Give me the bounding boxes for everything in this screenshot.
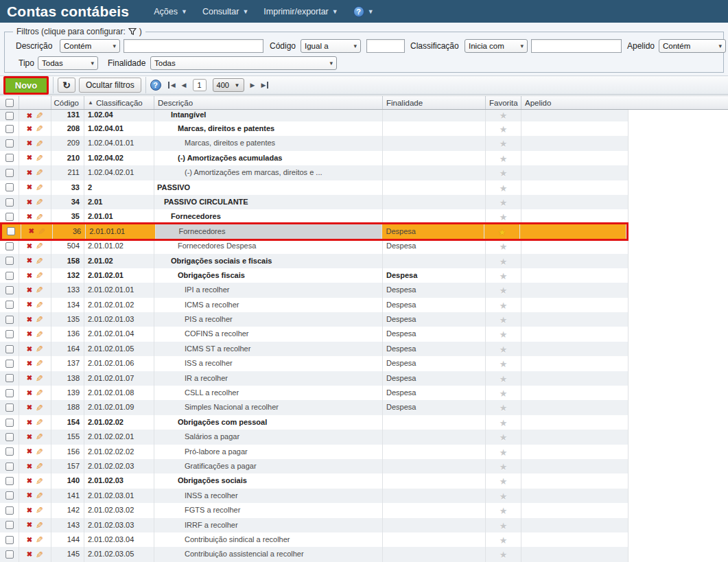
row-checkbox[interactable] bbox=[5, 374, 14, 382]
row-checkbox[interactable] bbox=[5, 183, 14, 191]
edit-icon[interactable]: ✎ bbox=[36, 388, 43, 397]
edit-icon[interactable]: ✎ bbox=[36, 124, 43, 133]
favorite-star-icon[interactable]: ★ bbox=[500, 491, 508, 502]
edit-icon[interactable]: ✎ bbox=[36, 285, 43, 294]
classificacao-operator-select[interactable]: Inicia com ▾ bbox=[465, 39, 528, 53]
table-row[interactable]: ✖✎5042.01.01.02Fornecedores DespesaDespe… bbox=[0, 239, 629, 253]
edit-icon[interactable]: ✎ bbox=[36, 447, 43, 456]
delete-icon[interactable]: ✖ bbox=[27, 243, 32, 250]
edit-icon[interactable]: ✎ bbox=[36, 491, 43, 500]
edit-icon[interactable]: ✎ bbox=[36, 521, 43, 530]
table-row[interactable]: ✖✎1402.01.02.03Obrigações sociais★ bbox=[0, 473, 629, 488]
delete-icon[interactable]: ✖ bbox=[27, 478, 32, 484]
delete-icon[interactable]: ✖ bbox=[27, 375, 32, 382]
row-checkbox[interactable] bbox=[5, 242, 14, 250]
favorita-column-header[interactable]: Favorita bbox=[486, 96, 521, 109]
row-checkbox[interactable] bbox=[5, 213, 14, 221]
edit-icon[interactable]: ✎ bbox=[36, 154, 43, 163]
last-page-button[interactable]: ▶ bbox=[261, 82, 268, 89]
delete-icon[interactable]: ✖ bbox=[27, 113, 32, 119]
edit-icon[interactable]: ✎ bbox=[36, 139, 43, 148]
edit-icon[interactable]: ✎ bbox=[38, 227, 45, 236]
edit-icon[interactable]: ✎ bbox=[36, 301, 43, 309]
delete-icon[interactable]: ✖ bbox=[27, 126, 32, 132]
favorite-star-icon[interactable]: ★ bbox=[500, 462, 508, 472]
favorite-star-icon[interactable]: ★ bbox=[500, 535, 508, 546]
table-row[interactable]: ✖✎1562.01.02.02.02Pró-labore a pagar★ bbox=[0, 445, 629, 459]
row-checkbox[interactable] bbox=[5, 491, 14, 500]
edit-icon[interactable]: ✎ bbox=[36, 271, 43, 280]
delete-icon[interactable]: ✖ bbox=[27, 390, 32, 397]
table-row[interactable]: ✖✎1362.01.02.01.04COFINS a recolherDespe… bbox=[0, 327, 629, 341]
ocultar-filtros-button[interactable]: Ocultar filtros bbox=[79, 78, 141, 93]
delete-icon[interactable]: ✖ bbox=[27, 434, 32, 441]
edit-icon[interactable]: ✎ bbox=[36, 315, 43, 324]
delete-icon[interactable]: ✖ bbox=[27, 140, 32, 147]
row-checkbox[interactable] bbox=[5, 139, 14, 148]
table-row[interactable]: ✖✎1311.02.04Intangível★ bbox=[0, 110, 629, 121]
row-checkbox[interactable] bbox=[5, 506, 14, 515]
favorite-star-icon[interactable]: ★ bbox=[500, 301, 508, 311]
edit-icon[interactable]: ✎ bbox=[36, 111, 43, 120]
row-checkbox[interactable] bbox=[5, 360, 14, 368]
favorite-star-icon[interactable]: ★ bbox=[500, 432, 508, 443]
favorite-star-icon[interactable]: ★ bbox=[500, 418, 508, 428]
table-row[interactable]: ✖✎342.01PASSIVO CIRCULANTE★ bbox=[0, 195, 629, 209]
codigo-column-header[interactable]: Código bbox=[51, 96, 84, 109]
row-checkbox[interactable] bbox=[5, 198, 14, 207]
favorite-star-icon[interactable]: ★ bbox=[500, 403, 508, 413]
prev-page-button[interactable]: ◀ bbox=[182, 82, 187, 89]
apelido-column-header[interactable]: Apelido bbox=[521, 96, 728, 109]
edit-icon[interactable]: ✎ bbox=[36, 418, 43, 427]
table-row[interactable]: ✖✎2101.02.04.02(-) Amortizações acumulad… bbox=[0, 151, 629, 165]
favorite-star-icon[interactable]: ★ bbox=[500, 550, 508, 560]
help-icon[interactable]: ? bbox=[353, 6, 364, 17]
delete-icon[interactable]: ✖ bbox=[27, 213, 32, 220]
delete-icon[interactable]: ✖ bbox=[27, 331, 32, 338]
delete-icon[interactable]: ✖ bbox=[27, 404, 32, 411]
table-row[interactable]: ✖✎362.01.01.01FornecedoresDespesa★ bbox=[0, 222, 629, 241]
row-checkbox[interactable] bbox=[5, 345, 14, 353]
row-checkbox[interactable] bbox=[5, 169, 14, 177]
delete-icon[interactable]: ✖ bbox=[27, 360, 32, 367]
favorite-star-icon[interactable]: ★ bbox=[500, 521, 508, 531]
delete-icon[interactable]: ✖ bbox=[27, 346, 32, 353]
page-size-select[interactable]: 400 ▼ bbox=[213, 78, 244, 92]
menu-acoes[interactable]: Ações ▼ bbox=[154, 7, 187, 16]
row-checkbox[interactable] bbox=[5, 272, 14, 280]
table-row[interactable]: ✖✎1582.01.02Obrigações sociais e fiscais… bbox=[0, 254, 629, 268]
favorite-star-icon[interactable]: ★ bbox=[500, 506, 508, 516]
row-checkbox[interactable] bbox=[5, 403, 14, 412]
favorite-star-icon[interactable]: ★ bbox=[500, 447, 508, 458]
favorite-star-icon[interactable]: ★ bbox=[500, 168, 508, 178]
row-checkbox[interactable] bbox=[5, 112, 14, 120]
edit-icon[interactable]: ✎ bbox=[36, 403, 43, 412]
table-row[interactable]: ✖✎1882.01.02.01.09Simples Nacional a rec… bbox=[0, 400, 629, 414]
delete-icon[interactable]: ✖ bbox=[27, 169, 32, 176]
table-row[interactable]: ✖✎1352.01.02.01.03PIS a recolherDespesa★ bbox=[0, 312, 629, 327]
delete-icon[interactable]: ✖ bbox=[27, 463, 32, 470]
row-checkbox[interactable] bbox=[5, 257, 14, 265]
table-row[interactable]: ✖✎1642.01.02.01.05ICMS ST a recolherDesp… bbox=[0, 342, 629, 356]
tipo-select[interactable]: Todas ▾ bbox=[38, 56, 98, 70]
delete-icon[interactable]: ✖ bbox=[27, 184, 32, 191]
row-checkbox[interactable] bbox=[5, 154, 14, 162]
help-icon[interactable]: ? bbox=[150, 80, 161, 91]
table-row[interactable]: ✖✎1552.01.02.02.01Salários a pagar★ bbox=[0, 430, 629, 444]
favorite-star-icon[interactable]: ★ bbox=[500, 124, 508, 134]
table-row[interactable]: ✖✎1452.01.02.03.05Contribuição assistenc… bbox=[0, 547, 629, 561]
edit-icon[interactable]: ✎ bbox=[36, 432, 43, 441]
delete-icon[interactable]: ✖ bbox=[27, 419, 32, 426]
edit-icon[interactable]: ✎ bbox=[36, 183, 43, 192]
delete-icon[interactable]: ✖ bbox=[27, 551, 32, 558]
table-row[interactable]: ✖✎332PASSIVO★ bbox=[0, 180, 629, 195]
delete-icon[interactable]: ✖ bbox=[27, 507, 32, 514]
finalidade-select[interactable]: Todas ▾ bbox=[150, 56, 337, 70]
edit-icon[interactable]: ✎ bbox=[36, 330, 43, 339]
favorite-star-icon[interactable]: ★ bbox=[500, 198, 508, 208]
codigo-operator-select[interactable]: Igual a ▾ bbox=[301, 39, 361, 53]
row-checkbox[interactable] bbox=[5, 536, 14, 544]
row-checkbox[interactable] bbox=[5, 447, 14, 456]
table-row[interactable]: ✖✎1412.01.02.03.01INSS a recolher★ bbox=[0, 489, 629, 503]
favorite-star-icon[interactable]: ★ bbox=[500, 344, 508, 355]
